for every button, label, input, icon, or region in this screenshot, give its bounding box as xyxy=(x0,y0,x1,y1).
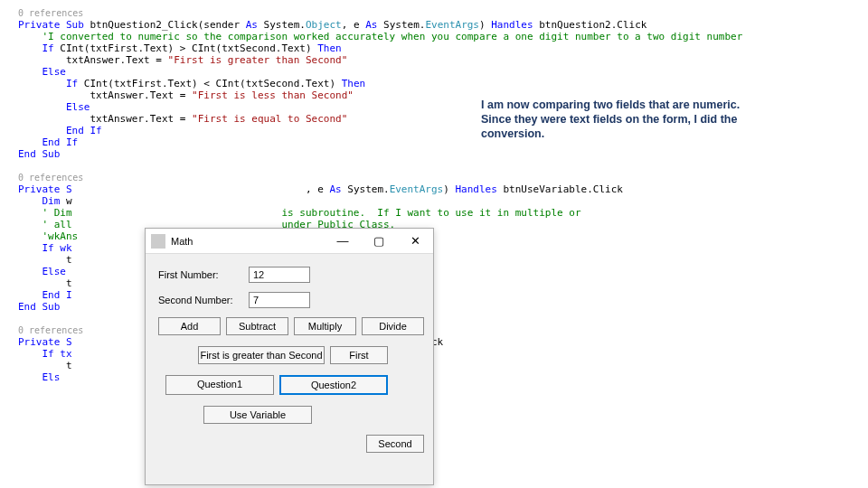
code-line: If CInt(txtFirst.Text) > CInt(txtSecond.… xyxy=(18,42,868,54)
titlebar[interactable]: Math — ▢ ✕ xyxy=(146,229,433,254)
close-button[interactable]: ✕ xyxy=(397,229,433,254)
second-number-input[interactable] xyxy=(249,292,310,308)
code-editor[interactable]: 0 references Private Sub btnQuestion2_Cl… xyxy=(0,0,868,488)
code-line: Dim w xyxy=(18,195,868,207)
first-number-label: First Number: xyxy=(158,269,249,280)
question1-button[interactable]: Question1 xyxy=(165,375,274,395)
window-title: Math xyxy=(171,236,325,247)
callout-line: conversion. xyxy=(481,127,816,141)
app-icon xyxy=(151,234,165,249)
code-line: If CInt(txtFirst.Text) < CInt(txtSecond.… xyxy=(18,78,868,89)
answer-textbox[interactable]: First is greater than Second xyxy=(198,346,325,364)
references-link[interactable]: 0 references xyxy=(18,7,868,19)
minimize-button[interactable]: — xyxy=(325,229,361,254)
code-line: Private Sub btnQuestion2_Click(sender As… xyxy=(18,19,868,31)
blank-line xyxy=(18,160,868,172)
code-line: End Sub xyxy=(18,148,868,160)
question2-button[interactable]: Question2 xyxy=(279,375,388,395)
subtract-button[interactable]: Subtract xyxy=(226,317,288,335)
code-line: Else xyxy=(18,66,868,78)
references-link[interactable]: 0 references xyxy=(18,172,868,183)
second-number-label: Second Number: xyxy=(158,295,249,305)
code-line: 'I converted to numeric so the compariso… xyxy=(18,31,868,42)
first-number-input[interactable] xyxy=(249,267,310,283)
code-line: Private S , e As System.EventArgs) Handl… xyxy=(18,183,868,195)
annotation-callout: I am now comparing two fields that are n… xyxy=(481,98,816,141)
multiply-button[interactable]: Multiply xyxy=(294,317,356,335)
first-button[interactable]: First xyxy=(330,346,388,364)
callout-line: Since they were text fields on the form,… xyxy=(481,112,816,127)
divide-button[interactable]: Divide xyxy=(362,317,424,335)
second-button[interactable]: Second xyxy=(366,435,424,453)
code-line: txtAnswer.Text = "First is greater than … xyxy=(18,54,868,66)
maximize-button[interactable]: ▢ xyxy=(361,229,397,254)
form-body: First Number: Second Number: Add Subtrac… xyxy=(146,254,433,471)
callout-line: I am now comparing two fields that are n… xyxy=(481,98,816,112)
add-button[interactable]: Add xyxy=(158,317,221,335)
code-line: ' Dim is subroutine. If I want to use it… xyxy=(18,207,868,219)
use-variable-button[interactable]: Use Variable xyxy=(203,406,312,424)
math-form-window: Math — ▢ ✕ First Number: Second Number: … xyxy=(145,228,434,485)
